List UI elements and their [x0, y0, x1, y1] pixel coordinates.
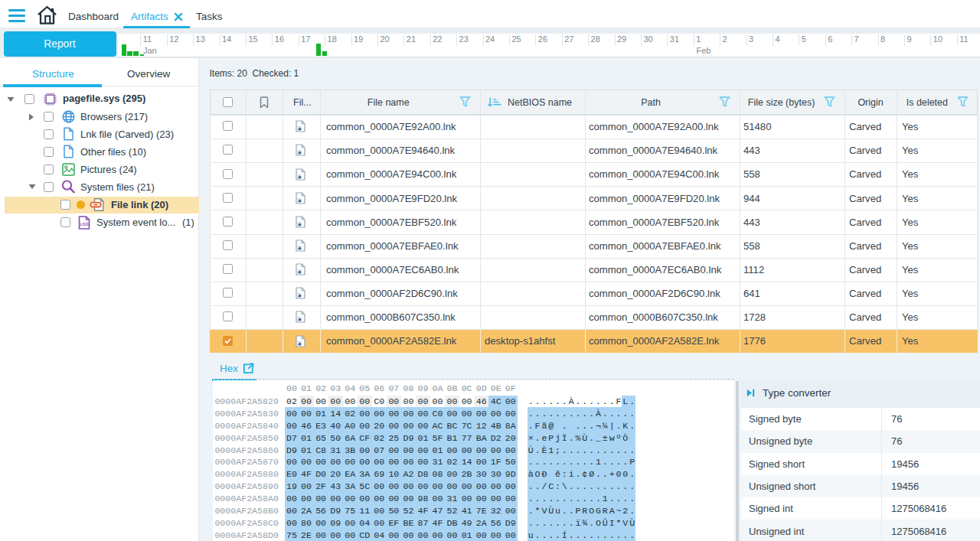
svg-text:LOG: LOG	[80, 221, 89, 226]
